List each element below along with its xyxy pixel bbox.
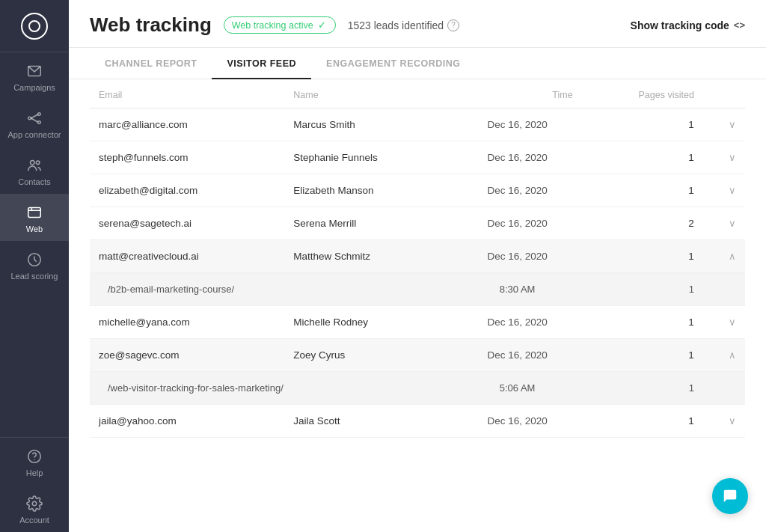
cell-pages: 1 (582, 108, 703, 141)
svg-point-2 (38, 113, 41, 116)
svg-point-6 (31, 161, 35, 165)
sidebar-label-campaigns: Campaigns (13, 83, 55, 92)
cell-name: Zoey Cyrus (284, 339, 453, 372)
cell-pages: 1 (582, 405, 703, 438)
cell-time: Dec 16, 2020 (453, 141, 582, 174)
sidebar-item-account[interactable]: Account (0, 485, 69, 532)
sidebar-item-help[interactable]: Help (0, 438, 69, 485)
badge-text: Web tracking active (232, 20, 313, 31)
cell-time: Dec 16, 2020 (453, 174, 582, 207)
cell-name: Matthew Schmitz (284, 240, 453, 273)
col-time: Time (453, 79, 582, 108)
sidebar-label-help: Help (26, 468, 43, 477)
svg-point-1 (28, 117, 31, 120)
sidebar-nav: Campaigns App connector Contacts Web Lea… (0, 52, 69, 437)
sidebar-item-campaigns[interactable]: Campaigns (0, 52, 69, 100)
check-icon: ✓ (318, 19, 326, 31)
cell-pages: 1 (582, 339, 703, 372)
table-row: matt@creativecloud.ai Matthew Schmitz De… (90, 240, 745, 273)
chat-icon (722, 488, 738, 504)
sidebar-label-web: Web (26, 224, 43, 233)
cell-time: Dec 16, 2020 (453, 405, 582, 438)
cell-time: Dec 16, 2020 (453, 108, 582, 141)
tabs-bar: Channel Report Visitor Feed Engagement R… (69, 48, 766, 79)
sidebar: Campaigns App connector Contacts Web Lea… (0, 0, 69, 532)
col-name: Name (284, 79, 453, 108)
cell-name: Serena Merrill (284, 207, 453, 240)
table-body: marc@alliance.com Marcus Smith Dec 16, 2… (90, 108, 745, 438)
page-title: Web tracking (90, 13, 212, 37)
cell-time: Dec 16, 2020 (453, 306, 582, 339)
svg-point-11 (34, 459, 34, 460)
cell-pages: 1 (582, 174, 703, 207)
sidebar-item-lead-scoring[interactable]: Lead scoring (0, 241, 69, 288)
show-tracking-label: Show tracking code (631, 19, 729, 31)
table-row: michelle@yana.com Michelle Rodney Dec 16… (90, 306, 745, 339)
cell-expand[interactable]: ∧ (703, 240, 745, 273)
cell-sub-time: 5:06 AM (453, 372, 582, 405)
svg-point-7 (36, 161, 40, 165)
table-row: elizabeth@digital.com Elizabeth Manson D… (90, 174, 745, 207)
tab-engagement-recording[interactable]: Engagement Recording (311, 48, 475, 79)
web-icon (26, 204, 43, 221)
chat-button[interactable] (712, 478, 748, 514)
cell-email: jaila@yahoo.com (90, 405, 284, 438)
cell-email: serena@sagetech.ai (90, 207, 284, 240)
cell-expand[interactable]: ∨ (703, 405, 745, 438)
sidebar-item-app-connector[interactable]: App connector (0, 100, 69, 147)
logo-icon (21, 13, 48, 40)
svg-line-5 (31, 118, 37, 122)
cell-expand[interactable]: ∨ (703, 207, 745, 240)
col-pages: Pages visited (582, 79, 703, 108)
table-row: steph@funnels.com Stephanie Funnels Dec … (90, 141, 745, 174)
col-chevron (703, 79, 745, 108)
cell-email: matt@creativecloud.ai (90, 240, 284, 273)
cell-email: steph@funnels.com (90, 141, 284, 174)
sidebar-item-web[interactable]: Web (0, 194, 69, 241)
cell-email: elizabeth@digital.com (90, 174, 284, 207)
visitor-feed-table: Email Name Time Pages visited marc@allia… (90, 79, 745, 438)
cell-expand[interactable]: ∨ (703, 174, 745, 207)
cell-email: michelle@yana.com (90, 306, 284, 339)
svg-line-4 (31, 114, 37, 118)
cell-sub-empty (703, 372, 745, 405)
table-row: marc@alliance.com Marcus Smith Dec 16, 2… (90, 108, 745, 141)
show-tracking-code-button[interactable]: Show tracking code <> (631, 19, 745, 31)
svg-rect-8 (28, 208, 41, 218)
sidebar-label-lead-scoring: Lead scoring (11, 272, 58, 281)
table-row: zoe@sagevc.com Zoey Cyrus Dec 16, 2020 1… (90, 339, 745, 372)
cell-expand[interactable]: ∨ (703, 141, 745, 174)
sidebar-item-contacts[interactable]: Contacts (0, 147, 69, 194)
cell-name: Jaila Scott (284, 405, 453, 438)
cell-expand[interactable]: ∧ (703, 339, 745, 372)
cell-name: Marcus Smith (284, 108, 453, 141)
tracking-active-badge: Web tracking active ✓ (224, 16, 336, 34)
page-header: Web tracking Web tracking active ✓ 1523 … (69, 0, 766, 48)
cell-pages: 1 (582, 141, 703, 174)
leads-info: 1523 leads identified ? (348, 19, 459, 31)
table-sub-row: /web-visitor-tracking-for-sales-marketin… (90, 372, 745, 405)
tab-visitor-feed[interactable]: Visitor Feed (212, 48, 311, 79)
table-row: jaila@yahoo.com Jaila Scott Dec 16, 2020… (90, 405, 745, 438)
sidebar-label-app-connector: App connector (8, 130, 61, 139)
sidebar-bottom: Help Account (0, 437, 69, 532)
cell-expand[interactable]: ∨ (703, 306, 745, 339)
main-content: Web tracking Web tracking active ✓ 1523 … (69, 0, 766, 532)
help-tooltip-icon[interactable]: ? (447, 19, 459, 31)
cell-email: zoe@sagevc.com (90, 339, 284, 372)
cell-sub-pages: 1 (582, 372, 703, 405)
cell-expand[interactable]: ∨ (703, 108, 745, 141)
cell-sub-time: 8:30 AM (453, 273, 582, 306)
tab-channel-report[interactable]: Channel Report (90, 48, 212, 79)
cell-name: Elizabeth Manson (284, 174, 453, 207)
visitor-feed-table-container: Email Name Time Pages visited marc@allia… (69, 79, 766, 532)
cell-pages: 1 (582, 240, 703, 273)
contacts-icon (26, 157, 43, 174)
mail-icon (26, 63, 43, 79)
table-row: serena@sagetech.ai Serena Merrill Dec 16… (90, 207, 745, 240)
cell-pages: 2 (582, 207, 703, 240)
sidebar-logo (0, 0, 69, 52)
app-connector-icon (26, 110, 43, 126)
cell-email: marc@alliance.com (90, 108, 284, 141)
table-header-row: Email Name Time Pages visited (90, 79, 745, 108)
